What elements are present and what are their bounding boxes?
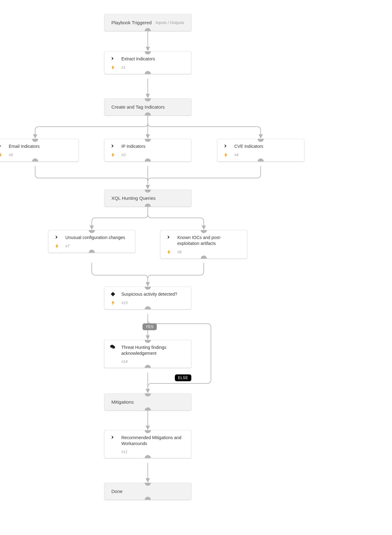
node-title: Known IOCs and post-exploitation artifac… [177,235,241,246]
port-icon [145,306,151,309]
chat-icon [110,345,116,350]
port-icon [145,71,151,74]
branch-badge-yes: YES [142,323,157,330]
node-title: Unusual configuration changes [65,235,125,241]
port-icon [145,340,151,343]
node-number: #1 [121,65,125,70]
bolt-icon [110,300,116,305]
port-icon [145,393,151,397]
port-icon [32,139,38,142]
node-number: #7 [65,244,69,248]
port-icon [145,139,151,142]
node-email-indicators[interactable]: Email Indicators #9 [0,139,79,162]
bolt-icon [110,153,116,157]
node-title: CVE Indicators [234,143,263,149]
node-title: Create and Tag Indicators [111,104,165,110]
port-icon [145,365,151,368]
node-ip-indicators[interactable]: IP Indicators #3 [104,139,191,162]
node-number: #14 [121,359,128,364]
port-icon [145,407,151,411]
chevron-icon [166,235,172,240]
node-title: Playbook Triggered [111,20,152,25]
port-icon [145,112,151,115]
node-title: Done [111,489,123,494]
port-icon [145,430,151,433]
node-number: #4 [234,153,238,157]
playbook-flow-canvas: Playbook Triggered Inputs / Outputs Extr… [0,0,392,535]
port-icon [201,230,207,233]
port-icon [145,28,151,31]
chevron-icon [0,143,3,148]
node-number: #8 [177,250,181,254]
node-cve-indicators[interactable]: CVE Indicators #4 [217,139,304,162]
node-recommended-mitigations[interactable]: Recommended Mitigations and Workarounds … [104,430,191,458]
svg-rect-8 [111,292,115,296]
chevron-icon [223,143,229,148]
connectors-layer [0,0,392,535]
bolt-icon [223,153,229,157]
node-number: #11 [121,450,128,454]
node-title: XQL Hunting Queries [111,195,156,201]
diamond-icon [110,291,116,297]
node-done[interactable]: Done [104,483,191,500]
port-icon [145,483,151,486]
branch-badge-else: ELSE [175,374,191,381]
node-title: Threat Hunting findings acknowledgement [121,345,185,356]
node-title: IP Indicators [121,143,146,149]
node-unusual-config-changes[interactable]: Unusual configuration changes #7 [48,230,135,253]
node-threat-findings-ack[interactable]: Threat Hunting findings acknowledgement … [104,340,191,368]
port-icon [145,287,151,290]
port-icon [145,98,151,101]
chevron-icon [54,235,60,240]
port-icon [145,190,151,193]
port-icon [201,256,207,259]
bolt-icon [0,153,3,157]
port-icon [145,158,151,162]
bolt-icon [54,244,60,249]
node-number: #9 [9,153,13,157]
node-title: Extract Indicators [121,56,155,62]
node-create-and-tag[interactable]: Create and Tag Indicators [104,98,191,115]
node-number: #13 [121,301,128,305]
port-icon [89,230,95,233]
port-icon [258,158,264,162]
chevron-icon [110,56,116,61]
node-title: Recommended Mitigations and Workarounds [121,435,185,447]
node-title: Suspicious activity detected? [121,291,177,297]
node-suspicious-activity[interactable]: Suspicious activity detected? #13 [104,287,191,309]
port-icon [89,250,95,253]
chevron-icon [110,435,116,440]
chevron-icon [110,143,116,148]
bolt-icon [110,65,116,70]
node-title: Email Indicators [9,143,40,149]
port-icon [258,139,264,142]
node-known-iocs[interactable]: Known IOCs and post-exploitation artifac… [160,230,247,259]
port-icon [145,204,151,207]
node-xql-hunting-queries[interactable]: XQL Hunting Queries [104,190,191,207]
node-playbook-triggered[interactable]: Playbook Triggered Inputs / Outputs [104,14,191,31]
port-icon [145,455,151,458]
node-extract-indicators[interactable]: Extract Indicators #1 [104,51,191,74]
node-number: #3 [121,153,125,157]
node-title: Mitigations [111,399,134,405]
node-subtext: Inputs / Outputs [156,20,184,25]
bolt-icon [166,250,172,255]
port-icon [145,497,151,500]
port-icon [32,158,38,162]
port-icon [145,51,151,54]
node-mitigations[interactable]: Mitigations [104,393,191,411]
